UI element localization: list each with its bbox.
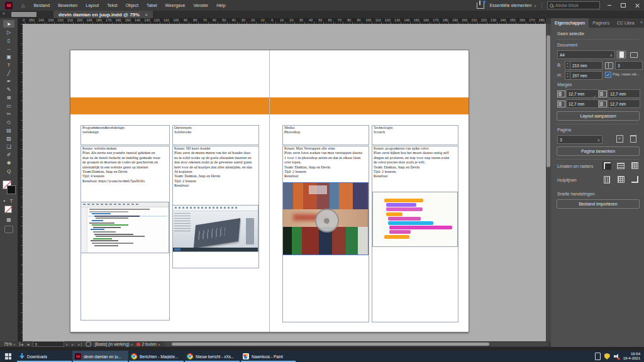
baseline-grid-button[interactable]	[616, 162, 625, 170]
gradient-swatch-tool[interactable]: ▤	[3, 126, 14, 134]
text-frame-body-media[interactable]: Keuze: Max Verstappen alle winsPlan: eer…	[282, 146, 369, 322]
lock-guides-button[interactable]	[616, 175, 625, 184]
adjust-layout-button[interactable]: Layout aanpassen	[557, 111, 640, 121]
menu-item-help[interactable]: Help	[216, 3, 225, 8]
height-field[interactable]: 297 mm	[570, 71, 602, 80]
menu-item-tekst[interactable]: Tekst	[107, 3, 117, 8]
adobe-stock-search-input[interactable]: Adobe Stock	[547, 1, 600, 9]
text-frame-header-technologie[interactable]: Technologie:Scratch	[372, 125, 458, 145]
formatting-text-icon[interactable]: T	[8, 197, 14, 204]
tab-eigenschappen[interactable]: Eigenschappen	[551, 18, 589, 28]
page-tool[interactable]: ▯	[3, 36, 14, 44]
text-frame-header-ontwerpen[interactable]: Ontwerpen:Solidworks	[172, 125, 259, 145]
scissors-tool[interactable]: ✂	[3, 110, 14, 118]
verstappen-collage-image[interactable]	[282, 182, 369, 255]
show-rulers-button[interactable]	[602, 162, 611, 170]
previous-page-button[interactable]: ◀	[27, 343, 30, 346]
frame-tool[interactable]: ⊠	[3, 94, 14, 101]
tab-cc-libraries[interactable]: CC Libra	[613, 18, 638, 28]
direct-selection-tool[interactable]: ▷	[3, 28, 14, 36]
close-button[interactable]	[633, 1, 641, 9]
taskbar-item-indesign[interactable]: Id devin damian en ju...	[72, 351, 128, 362]
security-shield-icon[interactable]	[604, 353, 610, 359]
edit-page-button[interactable]: Pagina bewerken	[557, 146, 640, 156]
view-options-icon[interactable]: ▦	[3, 216, 14, 223]
preflight-errors[interactable]: 2 fouten ∨	[136, 342, 160, 346]
margin-bottom-field[interactable]: 12,7 mm	[566, 99, 599, 108]
minimize-button[interactable]	[605, 1, 614, 9]
taskbar-item-chrome-nieuw-bericht[interactable]: Nieuw bericht - xXs...	[184, 351, 240, 362]
formatting-container-icon[interactable]: ▪	[1, 197, 8, 204]
type-tool[interactable]: T	[3, 61, 14, 69]
taskbar-item-downloads[interactable]: Downloads	[16, 351, 72, 362]
panel-collapse-icon[interactable]: »	[640, 20, 643, 25]
menu-item-object[interactable]: Object	[126, 3, 138, 8]
menu-item-bestand[interactable]: Bestand	[33, 3, 50, 8]
facing-pages-checkbox[interactable]: ✓	[605, 72, 611, 78]
share-icon[interactable]	[477, 3, 484, 9]
selection-tool[interactable]: ➤	[3, 20, 14, 28]
taskbar-clock[interactable]: 15:54 19-4-2021	[623, 352, 640, 361]
scratch-blocks-image[interactable]	[372, 192, 458, 247]
eyedropper-tool[interactable]: ✐	[3, 151, 14, 158]
zoom-level-control[interactable]: 75% ∨	[4, 342, 16, 346]
last-page-button[interactable]: ▶	[78, 343, 82, 346]
pages-count-field[interactable]: 3	[615, 61, 643, 70]
document-grid-button[interactable]	[630, 162, 639, 170]
horizontal-scrollbar-thumb[interactable]	[172, 343, 489, 346]
page-spread[interactable]: Programmeren&webdesign:webdesign Keuze: …	[70, 50, 469, 332]
gradient-feather-tool[interactable]: ▨	[3, 134, 14, 142]
margin-right-field[interactable]: 12,7 mm	[608, 99, 640, 108]
close-tab-icon[interactable]: ×	[145, 12, 148, 18]
page-number-select[interactable]: 3 ∨	[557, 135, 602, 144]
tools-collapse-icon[interactable]: »	[3, 11, 5, 16]
rectangle-tool[interactable]: ▭	[3, 102, 14, 109]
text-frame-header-media[interactable]: Media:Photoshop	[282, 125, 369, 145]
apply-none-button[interactable]	[4, 206, 12, 213]
show-guides-button[interactable]	[602, 175, 611, 184]
device-tray-icon[interactable]	[595, 353, 601, 360]
stroke-swatch[interactable]	[7, 185, 16, 194]
document-tab[interactable]: devin damian en juup.indd @ 75% ×	[53, 11, 153, 18]
solidworks-screenshot-image[interactable]	[172, 205, 258, 252]
home-icon[interactable]: ⌂	[21, 3, 25, 9]
text-frame-body-ontwerpen[interactable]: Keuze: SD kaart houderPlan: eerst de mat…	[172, 146, 259, 268]
line-tool[interactable]: ╱	[3, 69, 14, 77]
screen-mode-button[interactable]	[4, 226, 13, 233]
smart-guides-button[interactable]	[630, 175, 639, 184]
link-margins-icon[interactable]: ⁄	[594, 95, 595, 99]
note-tool[interactable]: ❏	[3, 143, 14, 150]
delete-page-button[interactable]	[629, 134, 638, 143]
volume-muted-icon[interactable]	[614, 354, 619, 359]
orientation-portrait-button[interactable]	[616, 50, 626, 59]
vertical-scrollbar[interactable]	[546, 24, 551, 341]
orientation-landscape-button[interactable]	[629, 50, 639, 59]
preflight-icon[interactable]	[86, 341, 91, 347]
pencil-tool[interactable]: ✎	[3, 85, 14, 93]
pen-tool[interactable]: ✒	[3, 77, 14, 85]
taskbar-item-chrome-berichten[interactable]: Berichten - Magiste...	[128, 351, 184, 362]
first-page-button[interactable]: ◀	[19, 343, 23, 346]
free-transform-tool[interactable]: ◇	[3, 118, 14, 126]
menu-item-venster[interactable]: Venster	[193, 3, 208, 8]
start-button[interactable]	[0, 351, 16, 362]
width-field[interactable]: 210 mm	[570, 61, 602, 70]
hand-tool[interactable]: ✱	[3, 159, 14, 167]
import-file-button[interactable]: Bestand importeren	[557, 199, 640, 209]
add-page-button[interactable]: +	[615, 134, 624, 143]
page-size-select[interactable]: A4 ∨	[557, 50, 615, 59]
menu-item-bewerken[interactable]: Bewerken	[58, 3, 77, 8]
workspace-switcher[interactable]: Essentiële elementen ∨	[489, 3, 536, 8]
gap-tool[interactable]: ↔	[3, 45, 14, 52]
menu-item-tabel[interactable]: Tabel	[147, 3, 157, 8]
next-page-button[interactable]: ▶	[72, 343, 74, 346]
taskbar-item-paint[interactable]: Naamloos - Paint	[240, 351, 296, 362]
menu-item-layout[interactable]: Layout	[86, 3, 99, 8]
preflight-profile[interactable]: [Basis] (in werking) ∨	[95, 342, 133, 346]
zoom-tool[interactable]: Q	[3, 167, 14, 175]
content-collector-tool[interactable]: ▣	[3, 53, 14, 60]
tab-paginas[interactable]: Pagina's	[589, 18, 613, 28]
menu-item-weergave[interactable]: Weergave	[165, 3, 186, 8]
text-frame-body-programmeren[interactable]: Keuze: website makenPlan: Als eerste een…	[80, 146, 170, 321]
margin-left-field[interactable]: 12,7 mm	[608, 89, 640, 98]
